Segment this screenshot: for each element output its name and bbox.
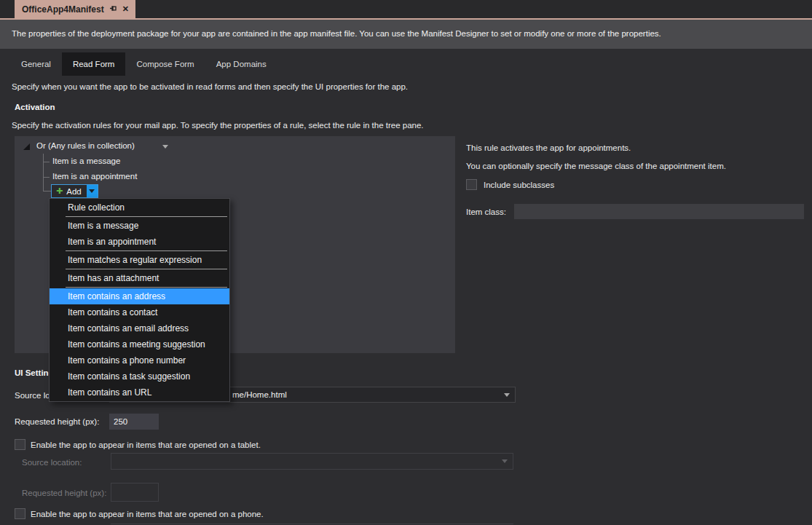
phone-source-location-combobox-edge: [111, 524, 513, 524]
item-class-input[interactable]: [514, 204, 804, 219]
manifest-designer-window: OfficeApp4Manifest ✕ The properties of t…: [0, 0, 812, 525]
tree-connector-tick: [43, 191, 51, 192]
add-rule-context-menu: Rule collection Item is a message Item i…: [49, 198, 230, 402]
menu-separator: [66, 269, 227, 269]
menu-item-phone-number[interactable]: Item contains a phone number: [50, 352, 229, 368]
manifest-banner: The properties of the deployment package…: [0, 20, 812, 49]
tab-general[interactable]: General: [10, 53, 62, 76]
manifest-banner-text: The properties of the deployment package…: [12, 29, 661, 38]
tab-read-form[interactable]: Read Form: [62, 52, 126, 76]
requested-height-label: Requested height (px):: [15, 417, 99, 426]
tree-connector-tick: [43, 162, 50, 162]
enable-phone-checkbox[interactable]: [15, 508, 25, 519]
manifest-tab-strip: General Read Form Compose Form App Domai…: [0, 49, 812, 76]
enable-phone-label: Enable the app to appear in items that a…: [31, 510, 264, 518]
tab-app-domains[interactable]: App Domains: [205, 53, 277, 76]
menu-item-regular-expression[interactable]: Item matches a regular expression: [50, 252, 229, 268]
add-rule-dropdown-button[interactable]: [87, 185, 98, 197]
menu-item-url[interactable]: Item contains an URL: [50, 384, 229, 400]
tree-rule-appointment[interactable]: Item is an appointment: [52, 172, 137, 181]
menu-separator: [66, 250, 227, 251]
source-location-value: me/Home.html: [232, 387, 287, 402]
tree-connector-tick: [43, 177, 50, 178]
document-tab-bar: OfficeApp4Manifest ✕: [0, 0, 812, 18]
rule-description-line2: You can optionally specify the message c…: [466, 162, 726, 170]
menu-item-message[interactable]: Item is a message: [50, 218, 229, 234]
include-subclasses-checkbox[interactable]: [466, 179, 477, 190]
chevron-down-icon: [502, 459, 508, 463]
tab-compose-form[interactable]: Compose Form: [125, 53, 205, 76]
close-icon[interactable]: ✕: [122, 5, 129, 13]
read-form-intro: Specify when you want the app to be acti…: [12, 82, 408, 91]
menu-item-attachment[interactable]: Item has an attachment: [50, 270, 229, 286]
menu-item-rule-collection[interactable]: Rule collection: [50, 200, 229, 216]
tablet-requested-height-label: Requested height (px):: [22, 489, 106, 497]
rule-description-line1: This rule activates the app for appointm…: [466, 143, 631, 152]
add-button-label: Add: [66, 187, 81, 196]
tree-root-rule[interactable]: Or (Any rules in collection): [36, 141, 135, 150]
enable-tablet-checkbox[interactable]: [15, 439, 25, 450]
document-tab-title: OfficeApp4Manifest: [22, 4, 104, 15]
add-rule-button[interactable]: ✚ Add: [52, 185, 87, 197]
include-subclasses-label: Include subclasses: [484, 181, 554, 189]
tree-rule-message[interactable]: Item is a message: [52, 157, 120, 165]
tree-expander-icon[interactable]: [23, 143, 30, 150]
chevron-down-icon: [89, 189, 95, 193]
menu-separator: [66, 287, 227, 288]
add-plus-icon: ✚: [56, 187, 63, 195]
menu-item-contact[interactable]: Item contains a contact: [50, 304, 229, 320]
add-rule-split-button[interactable]: ✚ Add: [51, 184, 98, 198]
menu-item-task-suggestion[interactable]: Item contains a task suggestion: [50, 368, 229, 384]
tree-connector-line: [43, 154, 44, 192]
item-class-label: Item class:: [466, 208, 506, 216]
activation-description: Specify the activation rules for your ma…: [12, 121, 424, 130]
tablet-source-location-combobox: [111, 453, 513, 470]
document-tab[interactable]: OfficeApp4Manifest ✕: [15, 0, 135, 18]
menu-item-appointment[interactable]: Item is an appointment: [50, 234, 229, 250]
activation-heading: Activation: [15, 103, 55, 111]
tablet-source-location-label: Source location:: [22, 458, 82, 467]
rule-type-dropdown-icon[interactable]: [162, 145, 168, 149]
pin-icon[interactable]: [109, 4, 117, 14]
menu-item-meeting-suggestion[interactable]: Item contains a meeting suggestion: [50, 336, 229, 352]
menu-separator: [66, 216, 227, 217]
menu-item-email-address[interactable]: Item contains an email address: [50, 320, 229, 336]
chevron-down-icon[interactable]: [504, 393, 510, 397]
requested-height-input[interactable]: [109, 414, 159, 430]
menu-item-address[interactable]: Item contains an address: [50, 288, 229, 304]
enable-tablet-label: Enable the app to appear in items that a…: [31, 441, 261, 449]
tablet-requested-height-input: [111, 483, 159, 502]
